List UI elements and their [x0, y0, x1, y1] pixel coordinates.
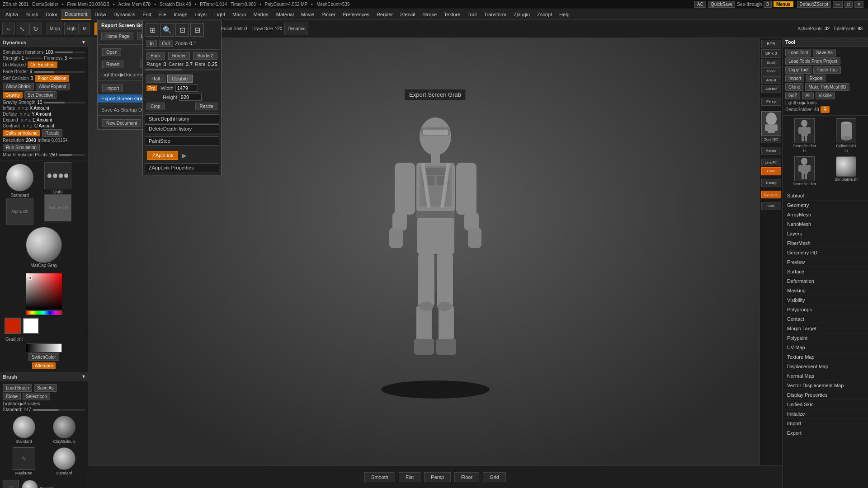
fade-border-slider[interactable]	[34, 71, 85, 73]
menu-alpha[interactable]: Alpha	[2, 9, 22, 20]
menu-help[interactable]: Help	[556, 9, 573, 20]
initialize-item[interactable]: Initialize	[783, 409, 868, 419]
rotate-btn[interactable]: Rotate	[761, 147, 781, 155]
gravity-btn[interactable]: Gravity	[3, 92, 23, 99]
display-properties-item[interactable]: Display Properties	[783, 390, 868, 400]
scale-tool-btn[interactable]: ⤡	[16, 23, 28, 35]
menu-material[interactable]: Material	[273, 9, 297, 20]
range-slider-track[interactable]	[145, 69, 219, 70]
switch-color-btn[interactable]: SwitchColor	[28, 353, 59, 361]
polypaint-item[interactable]: Polypaint	[783, 333, 868, 343]
standard-brush-2-item[interactable]: Standard	[45, 446, 83, 476]
border2-btn[interactable]: Border2	[193, 52, 217, 60]
open-btn[interactable]: Open	[102, 48, 121, 56]
move-tool-btn[interactable]: ↔	[2, 23, 15, 35]
rgb-btn[interactable]: Rgb	[64, 23, 79, 35]
collision-volume-btn[interactable]: CollisionVolume	[3, 130, 40, 136]
contact-item[interactable]: Contact	[783, 314, 868, 324]
menu-dynamics[interactable]: Dynamics	[110, 9, 139, 20]
half-btn[interactable]: Half	[146, 75, 165, 83]
standard-slider[interactable]	[33, 409, 85, 411]
allow-shrink-btn[interactable]: Allow Shrink	[3, 83, 34, 90]
color-picker[interactable]	[26, 273, 62, 310]
clone-tool-btn[interactable]: Clone	[785, 83, 803, 91]
menu-document[interactable]: Document	[61, 9, 91, 20]
dynamics-header[interactable]: Dynamics ▾	[0, 38, 88, 47]
brush-save-as-btn[interactable]: Save As	[34, 384, 57, 392]
normal-map-item[interactable]: Normal Map	[783, 371, 868, 381]
scroll-icon-btn[interactable]: ⊞	[146, 23, 159, 37]
deformation-item[interactable]: Deformation	[783, 277, 868, 286]
menu-draw[interactable]: Draw	[91, 9, 110, 20]
menu-preferences[interactable]: Preferences	[339, 9, 373, 20]
fiber-mesh-item[interactable]: FiberMesh	[783, 239, 868, 248]
gravity-strength-slider[interactable]	[44, 102, 85, 103]
home-page-btn[interactable]: Home Page	[101, 33, 133, 40]
unified-skin-item[interactable]: Unified Skin	[783, 400, 868, 409]
masking-item[interactable]: Masking	[783, 286, 868, 296]
make-polymesh-btn[interactable]: Make PolyMesh3D	[805, 83, 849, 91]
layers-item[interactable]: Layers	[783, 229, 868, 239]
texture-thumb[interactable]: Texture Off	[44, 194, 71, 221]
menu-edit[interactable]: Edit	[139, 9, 155, 20]
zapplink-btn[interactable]: ZAppLink	[147, 151, 178, 160]
spix-btn[interactable]: SPix 3	[761, 49, 781, 58]
resize-btn[interactable]: Resize	[195, 103, 217, 110]
menu-stroke[interactable]: Stroke	[419, 9, 440, 20]
r-btn[interactable]: R	[821, 106, 829, 113]
rotate-tool-btn[interactable]: ↻	[29, 23, 42, 35]
alternate-btn[interactable]: Alternate	[32, 362, 56, 369]
surface-item[interactable]: Surface	[783, 267, 868, 277]
persp-float-btn[interactable]: Persp	[761, 98, 781, 106]
dynamic-orange-btn[interactable]: Dynamic	[761, 191, 781, 199]
select-rect-icon[interactable]: ☐	[3, 480, 19, 488]
scroll-btn[interactable]: Scroll	[761, 59, 781, 67]
grid-btn[interactable]: Grid	[483, 472, 506, 482]
smooth-btn[interactable]: Smooth	[364, 472, 395, 482]
import-item[interactable]: Import	[783, 419, 868, 428]
flat-btn[interactable]: Flat	[399, 472, 420, 482]
nano-mesh-item[interactable]: NanoMesh	[783, 220, 868, 229]
close-button[interactable]: ✕	[854, 1, 863, 8]
mrgb-btn[interactable]: Mrgb	[47, 23, 63, 35]
mask-pen-brush-item[interactable]: ✎ MaskPen	[5, 446, 43, 476]
visible-btn[interactable]: Visible	[816, 92, 835, 99]
floor-btn[interactable]: Floor	[454, 472, 479, 482]
menu-movie[interactable]: Movie	[297, 9, 318, 20]
see-through-value[interactable]: 0	[764, 1, 772, 8]
standard-brush-item[interactable]: Standard	[5, 415, 43, 445]
firmness-slider[interactable]	[69, 57, 85, 59]
back-btn[interactable]: Back	[146, 52, 165, 60]
clone-brush-btn[interactable]: Clone	[3, 393, 21, 400]
zoom3d-btn[interactable]: Zoom3D	[761, 136, 781, 144]
paste-tool-btn[interactable]: Paste Tool	[813, 66, 841, 74]
height-input[interactable]	[179, 94, 202, 101]
line-fill-btn[interactable]: Line Fill	[761, 159, 781, 167]
texture-map-item[interactable]: Texture Map	[783, 352, 868, 362]
clay-buildup-brush-item[interactable]: ClayBuildup	[45, 415, 83, 445]
visibility-item[interactable]: Visibility	[783, 296, 868, 305]
menu-transform[interactable]: Transform	[480, 9, 510, 20]
all-btn[interactable]: All	[802, 92, 813, 99]
tool-save-as-btn[interactable]: Save As	[813, 49, 836, 56]
subtool-item[interactable]: Subtool	[783, 191, 868, 201]
cylinder3d-tool[interactable]: Cylinder3D 11	[826, 117, 866, 154]
menu-brush[interactable]: Brush	[22, 9, 42, 20]
hue-slider[interactable]	[26, 310, 62, 315]
geometry-hd-item[interactable]: Geometry HD	[783, 248, 868, 258]
menu-zscript[interactable]: Zscript	[533, 9, 556, 20]
strength-slider[interactable]	[26, 57, 42, 59]
crop-btn[interactable]: Crop	[146, 103, 165, 110]
menu-stencil[interactable]: Stencil	[396, 9, 419, 20]
allow-expand-btn[interactable]: Allow Expand	[36, 83, 70, 90]
persp-btn[interactable]: Persp	[424, 472, 451, 482]
new-doc-btn[interactable]: New Document	[102, 119, 141, 127]
doc-import-btn[interactable]: Import	[102, 84, 123, 92]
copy-tool-btn[interactable]: Copy Tool	[785, 66, 811, 74]
tool-import-btn[interactable]: Import	[785, 75, 804, 82]
floor-orange-btn[interactable]: Floor	[761, 167, 781, 175]
set-direction-btn[interactable]: Set Direction	[24, 91, 57, 99]
recalc-btn[interactable]: Recalc	[42, 129, 62, 137]
menu-color[interactable]: Color	[42, 9, 61, 20]
uv-map-item[interactable]: UV Map	[783, 343, 868, 352]
